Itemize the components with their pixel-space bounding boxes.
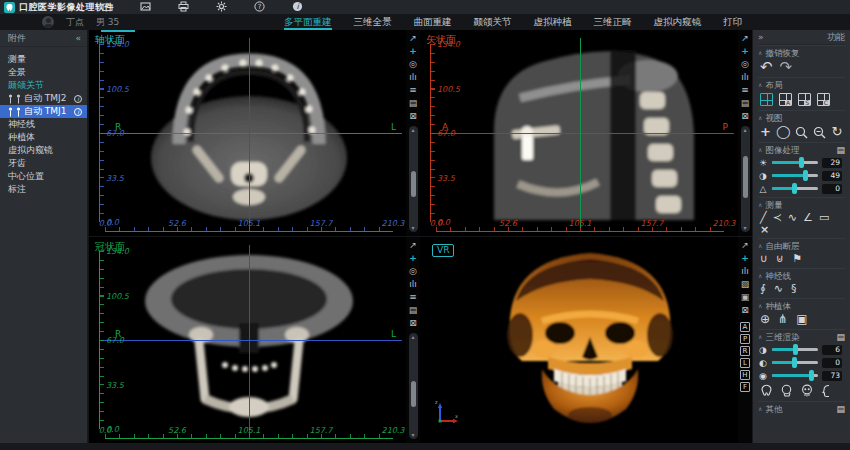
orient-button-anterior[interactable]: A <box>740 322 750 332</box>
shade-slider[interactable] <box>772 361 818 364</box>
preset-skull-side-icon[interactable] <box>780 384 794 398</box>
undo-icon[interactable]: ↶ <box>760 59 773 75</box>
crosshair-icon[interactable]: + <box>409 45 417 58</box>
window-level-icon[interactable]: ◎ <box>741 58 749 71</box>
expand-icon[interactable]: ↗ <box>741 239 749 252</box>
layout-grid-a-button[interactable]: A <box>779 93 792 106</box>
orient-button-foot[interactable]: F <box>740 382 750 392</box>
tmj1-info-icon[interactable]: i <box>74 108 82 116</box>
expand-icon[interactable]: ↗ <box>741 32 749 45</box>
orient-button-right[interactable]: R <box>740 346 750 356</box>
list-button-icon[interactable]: ▤ <box>836 331 845 343</box>
preset-face-profile-icon[interactable] <box>820 384 834 398</box>
menu-icon[interactable]: ≡ <box>409 84 417 97</box>
section-slice-title[interactable]: ∧ 自由断层 <box>758 240 845 252</box>
vr-mode-button[interactable]: VR <box>432 244 454 257</box>
nerve-auto-icon[interactable]: § <box>791 282 797 296</box>
section-layout-title[interactable]: ∧ 布局 <box>758 79 845 91</box>
image-icon[interactable] <box>140 1 151 12</box>
slice-pin-icon[interactable]: ⚑ <box>792 252 802 266</box>
section-measure-title[interactable]: ∧ 测量 <box>758 199 845 211</box>
section-view-title[interactable]: ∧ 视图 <box>758 112 845 124</box>
sidebar-item-tmj1-selected[interactable]: 自动 TMJ1 i <box>0 105 87 118</box>
capture-icon[interactable]: ⊠ <box>741 110 749 123</box>
tab-virtual-implant[interactable]: 虚拟种植 <box>534 15 572 30</box>
section-nerve-title[interactable]: ∧ 神经线 <box>758 270 845 282</box>
tab-mpr[interactable]: 多平面重建 <box>284 15 332 30</box>
histogram-icon[interactable]: ılı <box>741 265 749 278</box>
section-image-title[interactable]: ∧ 图像处理 ▤ <box>758 144 845 156</box>
histogram-icon[interactable]: ılı <box>409 71 417 84</box>
implant-add-icon[interactable]: ⊕ <box>760 312 770 327</box>
preset-tooth-icon[interactable] <box>760 384 774 398</box>
settings-gear-icon[interactable] <box>216 1 227 12</box>
layout-grid-s-button[interactable]: S <box>798 93 811 106</box>
zoom-drag-icon[interactable] <box>813 126 826 139</box>
contrast-slider[interactable] <box>772 174 818 177</box>
capture-icon[interactable]: ⊠ <box>741 304 749 317</box>
redo-icon[interactable]: ↷ <box>780 59 793 75</box>
coronal-sagittal-line[interactable] <box>249 245 250 435</box>
expand-icon[interactable]: ↗ <box>409 32 417 45</box>
tmj2-info-icon[interactable]: i <box>74 95 82 103</box>
slice-curve-icon[interactable]: ∪ <box>760 252 768 266</box>
brightness-slider[interactable] <box>772 161 818 164</box>
coronal-axial-line[interactable] <box>101 340 402 341</box>
opacity-value[interactable]: 6 <box>822 345 842 355</box>
sidebar-item-nerve[interactable]: 神经线 <box>0 118 87 131</box>
section-other-title[interactable]: ∧ 其他 ▤ <box>758 403 845 415</box>
orient-button-left[interactable]: L <box>740 358 750 368</box>
help-icon[interactable]: ? <box>254 1 265 12</box>
sidebar-item-implant[interactable]: 种植体 <box>0 131 87 144</box>
axial-sagittal-line[interactable] <box>249 38 250 228</box>
histogram-icon[interactable]: ılı <box>409 278 417 291</box>
layers-icon[interactable]: ▤ <box>409 97 418 110</box>
crosshair-icon[interactable]: + <box>741 45 749 58</box>
shade-value[interactable]: 0 <box>822 358 842 368</box>
sidebar-item-measure[interactable]: 测量 <box>0 53 87 66</box>
measure-delete-icon[interactable]: × <box>760 224 769 236</box>
opacity-slider[interactable] <box>772 348 818 351</box>
sidebar-item-tmj2[interactable]: 自动 TMJ2 i <box>0 92 87 105</box>
solid-box-icon[interactable]: ▣ <box>741 291 750 304</box>
sagittal-axial-line[interactable] <box>432 133 734 134</box>
sidebar-item-tmj-group[interactable]: 颞颌关节 <box>0 79 87 92</box>
viewport-axial[interactable]: 轴状面 R L <box>89 30 406 236</box>
folder-icon[interactable] <box>102 1 113 12</box>
layers-icon[interactable]: ▤ <box>409 304 418 317</box>
info-icon[interactable]: i <box>292 1 303 12</box>
sidebar-item-annotation[interactable]: 标注 <box>0 183 87 196</box>
menu-icon[interactable]: ≡ <box>409 291 417 304</box>
capture-icon[interactable]: ⊠ <box>409 317 417 330</box>
tab-virtual-endoscope[interactable]: 虚拟内窥镜 <box>654 15 702 30</box>
tab-tmj[interactable]: 颞颌关节 <box>474 15 512 30</box>
expand-icon[interactable]: ↗ <box>409 239 417 252</box>
section-implant-title[interactable]: ∧ 种植体 <box>758 300 845 312</box>
brightness-value[interactable]: 29 <box>822 158 842 168</box>
layout-grid-button[interactable] <box>760 93 773 106</box>
window-circle-icon[interactable]: ◯ <box>776 124 791 140</box>
sharpness-slider[interactable] <box>772 187 818 190</box>
layers-icon[interactable]: ▤ <box>741 97 750 110</box>
slice-arch-icon[interactable]: ⊍ <box>776 252 784 266</box>
slice-scrollbar[interactable]: ▴ ▾ <box>409 126 418 232</box>
rotate-icon[interactable]: ↻ <box>831 124 842 140</box>
list-button-icon[interactable]: ▤ <box>836 403 845 415</box>
layout-grid-c-button[interactable]: C <box>817 93 830 106</box>
list-button-icon[interactable]: ▤ <box>836 144 845 156</box>
viewport-vr[interactable]: VR <box>420 237 738 443</box>
axial-coronal-line[interactable] <box>101 133 402 134</box>
menu-icon[interactable]: ≡ <box>741 84 749 97</box>
contrast-value[interactable]: 49 <box>822 171 842 181</box>
viewport-coronal[interactable]: 冠状面 R L 134. <box>89 237 406 443</box>
measure-polyline-icon[interactable]: ≺ <box>773 211 782 224</box>
orient-button-posterior[interactable]: P <box>740 334 750 344</box>
window-level-icon[interactable]: ◎ <box>409 265 417 278</box>
nerve-edit-icon[interactable]: ∿ <box>774 282 783 296</box>
nerve-draw-icon[interactable]: ∮ <box>760 282 766 296</box>
window-level-icon[interactable]: ◎ <box>409 58 417 71</box>
panel-collapse-icon[interactable]: » <box>758 30 764 44</box>
slice-scrollbar[interactable]: ▴ ▾ <box>409 333 418 439</box>
section-render3d-title[interactable]: ∧ 三维渲染 ▤ <box>758 331 845 343</box>
implant-screw-icon[interactable]: ⋔ <box>778 312 788 327</box>
